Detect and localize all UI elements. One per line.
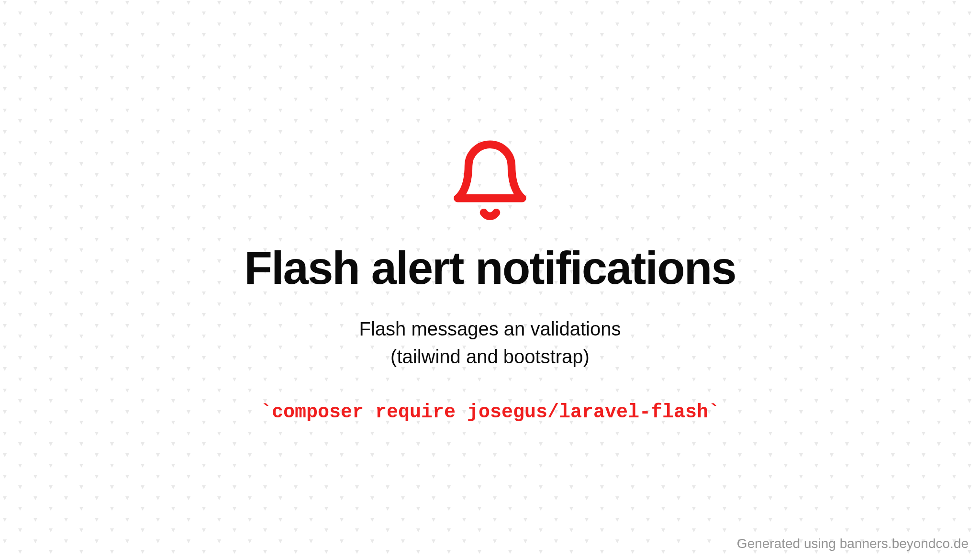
- attribution-text: Generated using banners.beyondco.de: [737, 536, 969, 551]
- subtitle-line-1: Flash messages an validations: [359, 314, 621, 342]
- subtitle-line-2: (tailwind and bootstrap): [359, 342, 621, 370]
- banner-subtitle: Flash messages an validations (tailwind …: [359, 314, 621, 370]
- banner-title: Flash alert notifications: [244, 243, 736, 293]
- banner-container: Flash alert notifications Flash messages…: [0, 137, 980, 423]
- install-command: `composer require josegus/laravel-flash`: [260, 401, 720, 423]
- bell-icon: [447, 137, 533, 224]
